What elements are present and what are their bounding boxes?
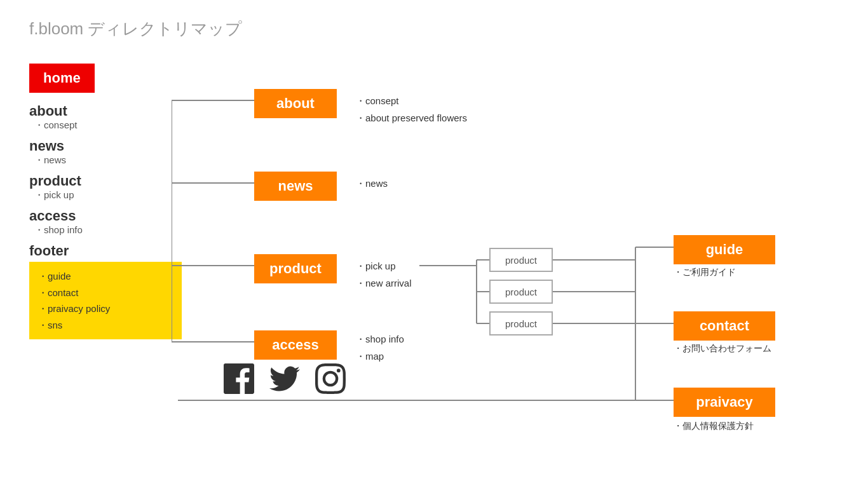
sidebar-access-title: access <box>29 208 156 224</box>
product-item-1: ・new arrival <box>356 274 412 292</box>
page-title: f.bloom ディレクトリマップ <box>29 18 243 40</box>
about-items: ・consept ・about preserved flowers <box>356 92 467 126</box>
footer-item-sns: ・sns <box>38 317 173 334</box>
sidebar-section-product: product ・pick up <box>29 173 156 201</box>
product-sub-3: product <box>489 311 553 336</box>
guide-items: ・ご利用ガイド <box>674 267 736 278</box>
box-about[interactable]: about <box>254 89 337 118</box>
news-items: ・news <box>356 175 388 192</box>
product-items: ・pick up ・new arrival <box>356 257 412 292</box>
about-item-1: ・about preserved flowers <box>356 109 467 126</box>
sidebar-footer-label: footer <box>29 243 156 259</box>
box-contact[interactable]: contact <box>674 311 775 341</box>
twitter-icon[interactable] <box>268 362 301 395</box>
footer-item-guide: ・guide <box>38 268 173 285</box>
contact-items: ・お問い合わせフォーム <box>674 343 771 355</box>
instagram-icon[interactable] <box>314 362 347 395</box>
facebook-icon[interactable] <box>222 362 255 395</box>
sidebar-about-item: ・consept <box>29 119 156 132</box>
sidebar-news-title: news <box>29 138 156 154</box>
access-item-1: ・map <box>356 348 404 365</box>
box-access[interactable]: access <box>254 330 337 360</box>
sidebar-about-title: about <box>29 103 156 119</box>
product-item-0: ・pick up <box>356 257 412 274</box>
box-news[interactable]: news <box>254 172 337 201</box>
diagram: about ・consept ・about preserved flowers … <box>172 64 845 477</box>
social-icons-container <box>222 362 347 395</box>
access-item-0: ・shop info <box>356 330 404 348</box>
sidebar-section-news: news ・news <box>29 138 156 166</box>
sidebar-access-item: ・shop info <box>29 224 156 236</box>
praivacy-item-0: ・個人情報保護方針 <box>674 421 754 432</box>
footer-item-contact: ・contact <box>38 285 173 301</box>
sidebar-section-about: about ・consept <box>29 103 156 132</box>
guide-item-0: ・ご利用ガイド <box>674 267 736 278</box>
access-items: ・shop info ・map <box>356 330 404 365</box>
sidebar-news-item: ・news <box>29 154 156 166</box>
praivacy-items: ・個人情報保護方針 <box>674 421 754 432</box>
sidebar-footer-box: ・guide ・contact ・praivacy policy ・sns <box>29 262 182 339</box>
sidebar-section-access: access ・shop info <box>29 208 156 236</box>
box-guide[interactable]: guide <box>674 235 775 264</box>
sidebar-home[interactable]: home <box>29 64 95 93</box>
news-item-0: ・news <box>356 175 388 192</box>
footer-item-praivacy: ・praivacy policy <box>38 301 173 317</box>
product-sub-2: product <box>489 280 553 304</box>
box-praivacy[interactable]: praivacy <box>674 388 775 417</box>
product-sub-1: product <box>489 248 553 272</box>
sidebar-product-title: product <box>29 173 156 189</box>
contact-item-0: ・お問い合わせフォーム <box>674 343 771 355</box>
sidebar: home about ・consept news ・news product ・… <box>29 64 156 339</box>
about-item-0: ・consept <box>356 92 467 109</box>
box-product[interactable]: product <box>254 254 337 283</box>
sidebar-product-item: ・pick up <box>29 189 156 201</box>
